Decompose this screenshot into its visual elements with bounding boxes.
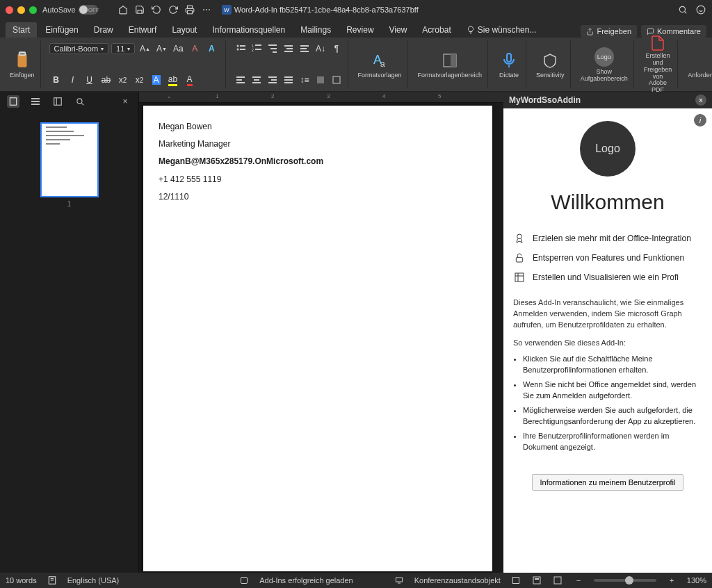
- search-icon[interactable]: [677, 4, 688, 15]
- tab-mailings[interactable]: Mailings: [293, 22, 338, 38]
- font-size-select[interactable]: 11▾: [111, 43, 135, 54]
- web-layout-button[interactable]: [552, 575, 563, 586]
- info-icon[interactable]: i: [694, 114, 706, 126]
- step-item: Möglicherweise werden Sie auch aufgeford…: [523, 405, 702, 427]
- italic-button[interactable]: I: [66, 73, 80, 87]
- save-icon[interactable]: [134, 4, 145, 15]
- tab-view[interactable]: View: [382, 22, 414, 38]
- dictate-button[interactable]: [498, 50, 520, 71]
- zoom-slider[interactable]: [594, 579, 656, 582]
- svg-rect-33: [268, 76, 277, 78]
- align-left-button[interactable]: [234, 73, 248, 87]
- underline-button[interactable]: U: [83, 73, 97, 87]
- bullets-button[interactable]: [234, 42, 248, 56]
- tab-design[interactable]: Entwurf: [122, 22, 164, 38]
- svg-rect-56: [515, 273, 524, 281]
- nav-results-button[interactable]: [51, 95, 64, 108]
- doc-line: Megan Bowen: [159, 118, 477, 136]
- thumbnail-page-number: 1: [0, 200, 138, 208]
- borders-button[interactable]: [330, 73, 343, 87]
- word-count[interactable]: 10 words: [6, 576, 37, 585]
- text-highlight-button[interactable]: A: [149, 73, 163, 87]
- superscript-button[interactable]: x2: [133, 73, 147, 87]
- svg-rect-17: [255, 49, 261, 50]
- tell-me-search[interactable]: Sie wünschen...: [460, 22, 544, 38]
- tab-insert[interactable]: Einfügen: [38, 22, 85, 38]
- smile-feedback-icon[interactable]: [695, 4, 706, 15]
- nav-find-button[interactable]: [74, 95, 86, 108]
- tab-acrobat[interactable]: Acrobat: [415, 22, 458, 38]
- zoom-in-button[interactable]: +: [666, 575, 677, 586]
- tab-review[interactable]: Review: [339, 22, 380, 38]
- document-page[interactable]: Megan Bowen Marketing Manager MeganB@M36…: [143, 106, 492, 571]
- indent-right-button[interactable]: [298, 42, 312, 56]
- get-profile-button[interactable]: Informationen zu meinem Benutzerprofil: [532, 474, 683, 491]
- nav-thumbnails-button[interactable]: [7, 95, 19, 108]
- focus-mode-button[interactable]: [510, 575, 521, 586]
- bold-button[interactable]: B: [49, 73, 63, 87]
- strikethrough-button[interactable]: ab: [99, 73, 113, 87]
- clear-formatting-button[interactable]: A: [188, 42, 202, 56]
- indent-left-button[interactable]: [282, 42, 296, 56]
- autosave-toggle[interactable]: AutoSave OFF: [42, 5, 112, 15]
- styles-pane-button[interactable]: [439, 50, 461, 71]
- redo-icon[interactable]: [168, 4, 179, 15]
- text-effects-button[interactable]: A: [204, 42, 218, 56]
- shrink-font-button[interactable]: A▼: [154, 42, 168, 56]
- taskpane-header: MyWordSsoAddin ×: [503, 92, 712, 108]
- print-icon[interactable]: [184, 4, 195, 15]
- adobe-create-button[interactable]: [647, 35, 669, 51]
- align-center-button[interactable]: [250, 73, 264, 87]
- addin-show-button[interactable]: Logo: [593, 47, 615, 67]
- spellcheck-icon[interactable]: [47, 575, 58, 586]
- tab-references[interactable]: Informationsquellen: [205, 22, 292, 38]
- svg-rect-15: [255, 44, 261, 46]
- styles-pane-group: Formatvorlagenbereich: [412, 40, 489, 88]
- sensitivity-button[interactable]: [539, 50, 561, 71]
- ribbon-award-icon: [513, 232, 526, 245]
- tab-draw[interactable]: Draw: [87, 22, 120, 38]
- font-name-select[interactable]: Calibri-Boom▾: [49, 43, 109, 54]
- svg-point-54: [517, 234, 522, 239]
- zoom-level[interactable]: 130%: [687, 576, 706, 585]
- grow-font-button[interactable]: A▲: [138, 42, 152, 56]
- styles-button[interactable]: Aa: [369, 50, 391, 71]
- close-window-button[interactable]: [6, 6, 13, 14]
- more-icon[interactable]: ⋯: [201, 4, 212, 15]
- share-button[interactable]: Freigeben: [581, 25, 637, 38]
- paste-button[interactable]: [11, 50, 33, 71]
- highlight-color-button[interactable]: ab: [166, 73, 180, 87]
- print-layout-button[interactable]: [531, 575, 542, 586]
- show-marks-button[interactable]: ¶: [330, 42, 343, 56]
- taskpane-paragraph: Dieses Add-In veranschaulicht, wie Sie e…: [503, 291, 712, 331]
- svg-rect-38: [284, 82, 293, 83]
- page-thumbnail[interactable]: [40, 122, 99, 197]
- tab-layout[interactable]: Layout: [165, 22, 204, 38]
- font-color-button[interactable]: A: [183, 73, 197, 87]
- maximize-window-button[interactable]: [29, 6, 37, 14]
- tab-start[interactable]: Start: [6, 22, 37, 38]
- sort-button[interactable]: A↓: [314, 42, 327, 56]
- presentation-icon[interactable]: [394, 575, 405, 586]
- ribbon: Einfügen Calibri-Boom▾ 11▾ A▲ A▼ Aa A A …: [0, 38, 712, 92]
- numbering-button[interactable]: 12: [250, 42, 264, 56]
- design-icon: [513, 271, 526, 284]
- zoom-out-button[interactable]: −: [573, 575, 584, 586]
- change-case-button[interactable]: Aa: [171, 42, 185, 56]
- shading-button[interactable]: [314, 73, 327, 87]
- align-right-button[interactable]: [266, 73, 280, 87]
- nav-close-button[interactable]: ×: [119, 95, 131, 108]
- subscript-button[interactable]: x2: [116, 73, 130, 87]
- horizontal-ruler[interactable]: ⌄ 1 2 3 4 5: [139, 92, 503, 103]
- multilevel-button[interactable]: [266, 42, 280, 56]
- justify-button[interactable]: [282, 73, 296, 87]
- nav-headings-button[interactable]: [29, 95, 42, 108]
- line-spacing-button[interactable]: ↕≡: [298, 73, 312, 87]
- minimize-window-button[interactable]: [17, 6, 25, 14]
- taskpane-close-button[interactable]: ×: [695, 95, 706, 106]
- undo-icon[interactable]: [151, 4, 162, 15]
- home-icon[interactable]: [118, 4, 129, 15]
- language-status[interactable]: Englisch (USA): [67, 576, 120, 585]
- bulb-icon: [467, 26, 475, 34]
- doc-line: Marketing Manager: [159, 136, 477, 153]
